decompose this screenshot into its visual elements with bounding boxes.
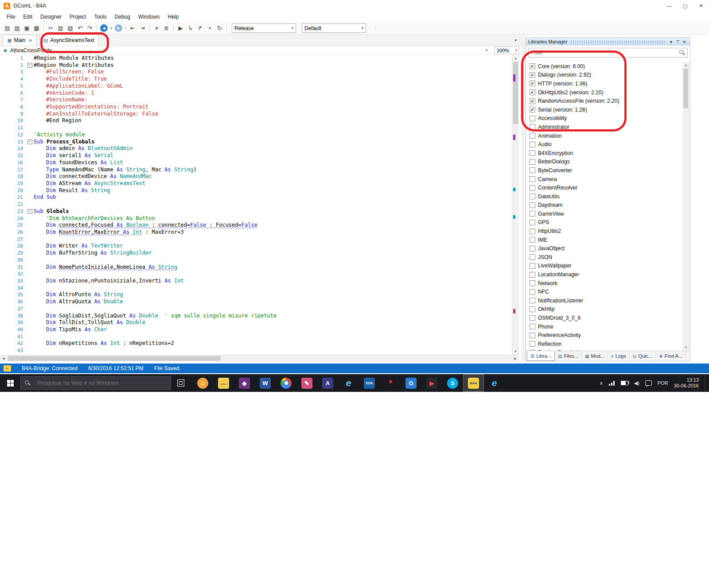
code-text[interactable]: #Region Module Attributes [34,62,512,69]
panel-tab-finda[interactable]: ✚Find A... [656,351,686,361]
taskbar-clock[interactable]: 13:13 30-06-2016 [674,377,699,389]
code-text[interactable]: End Sub [34,194,512,201]
library-item[interactable]: ✔Dialogs (version: 2.92) [526,71,682,80]
code-text[interactable]: Dim AStream As AsyncStreamsText [34,180,512,187]
library-item[interactable]: OSMDroid_3_0_8 [526,313,682,322]
library-checkbox[interactable] [530,202,535,208]
library-item[interactable]: Animation [526,132,682,140]
library-checkbox[interactable]: ✔ [530,81,535,86]
fold-collapse-icon[interactable]: − [27,63,32,68]
scope-caret-icon[interactable]: ▾ [486,48,487,52]
code-text[interactable]: Dim connectedDevice As NameAndMac [34,173,512,180]
code-text[interactable]: Dim TollDist,TollQuot As Double [34,319,512,326]
menu-tools[interactable]: Tools [90,12,110,22]
library-checkbox[interactable] [530,315,535,321]
scroll-down-icon[interactable]: ▼ [512,348,519,355]
library-list-scrollbar[interactable]: ▲ ▼ [682,62,690,351]
taskbar-search-input[interactable] [36,379,167,387]
library-item[interactable]: Camera [526,175,682,184]
show-desktop-button[interactable] [705,374,708,392]
library-checkbox[interactable] [530,263,535,269]
panel-splitter[interactable] [521,35,526,362]
current-sub-select[interactable]: AttivaCrossPoints [10,47,52,54]
save-icon[interactable]: ▣ [22,23,31,33]
library-item[interactable]: ✔Serial (version: 1.26) [526,105,682,114]
code-text[interactable]: 'Dim btnSearchForDevices As Button [34,215,512,222]
library-scroll-thumb[interactable] [683,69,688,108]
library-checkbox[interactable]: ✔ [530,98,535,104]
code-text[interactable]: #VersionName: [34,97,512,104]
code-text[interactable] [34,236,512,243]
library-checkbox[interactable] [530,246,535,251]
code-text[interactable]: Sub Process_Globals [34,139,512,146]
library-item[interactable]: GameView [526,209,682,218]
menu-help[interactable]: Help [164,12,183,22]
indent-icon[interactable]: ⇥ [138,23,147,33]
language-indicator[interactable]: POR [658,380,668,386]
code-text[interactable]: Dim foundDevices As List [34,159,512,166]
pin-icon[interactable]: ⊤ [674,39,681,44]
code-text[interactable] [34,347,512,354]
library-item[interactable]: ✔RandomAccessFile (version: 2.20) [526,97,682,105]
library-checkbox[interactable] [530,167,535,173]
step-over-icon[interactable]: ↱ [195,23,205,33]
code-text[interactable]: Dim AltroPunto As String [34,291,512,298]
menu-designer[interactable]: Designer [36,12,66,22]
panel-menu-caret-icon[interactable]: ▾ [668,39,674,44]
start-button[interactable] [0,374,20,392]
code-text[interactable]: #FullScreen: False [34,69,512,76]
copy-icon[interactable]: ▥ [56,23,65,33]
library-checkbox[interactable] [530,254,535,260]
new-module-icon[interactable]: ▤ [3,23,12,33]
cut-icon[interactable]: ✂ [46,23,55,33]
back-history-caret-icon[interactable]: ▾ [109,23,113,33]
code-text[interactable]: #SupportedOrientations: Portrait [34,104,512,111]
code-text[interactable]: #VersionCode: 1 [34,90,512,97]
clean-project-icon[interactable]: ↻ [215,23,224,33]
library-item[interactable]: GPS [526,218,682,227]
library-checkbox[interactable] [530,142,535,147]
b4a-button[interactable]: B4A [463,374,484,392]
code-text[interactable]: Dim BufferString As StringBuilder [34,250,512,257]
video-app-button[interactable]: ▶ [421,374,442,392]
code-text[interactable]: Dim admin As BluetoothAdmin [34,145,512,152]
library-item[interactable]: ✔Core (version: 6.00) [526,62,682,71]
chat-app-button[interactable]: ☺ [192,374,213,392]
library-checkbox[interactable] [530,176,535,182]
code-text[interactable] [34,257,512,264]
library-checkbox[interactable] [530,220,535,225]
code-text[interactable] [34,124,512,132]
code-text[interactable]: Dim nStazione,nPuntoiniziale,Inverti As … [34,278,512,285]
edge-button[interactable]: e [484,374,505,392]
library-checkbox[interactable]: ✔ [530,63,535,69]
uncomment-icon[interactable]: ≣ [162,23,171,33]
tab-close-icon[interactable]: ✕ [28,38,32,43]
code-text[interactable]: #IncludeTitle: True [34,76,512,83]
undo-icon[interactable]: ↶ [75,23,85,33]
menu-project[interactable]: Project [66,12,90,22]
code-text[interactable]: Dim Writer As TextWriter [34,243,512,250]
library-item[interactable]: DateUtils [526,192,682,201]
chrome-button[interactable] [276,374,296,392]
star-app-button[interactable]: * [380,374,401,392]
intel-xdk-button[interactable]: XDK [359,374,380,392]
library-checkbox[interactable] [530,116,535,121]
menu-windows[interactable]: Windows [134,12,164,22]
code-text[interactable]: 'Activity module [34,132,512,139]
notifications-icon[interactable] [645,380,652,386]
scroll-up-icon[interactable]: ▲ [682,62,690,68]
redo-icon[interactable]: ↷ [85,23,94,33]
library-checkbox[interactable] [530,280,535,286]
editor-horizontal-scrollbar[interactable]: ◀ ▶ [0,355,519,362]
library-checkbox[interactable] [530,211,535,217]
library-item[interactable]: LocationManager [526,270,682,279]
panel-tab-files[interactable]: ▤Files... [555,351,582,361]
file-explorer-button[interactable]: ▬ [213,374,234,392]
outlook-button[interactable]: O [401,374,421,392]
panel-tab-mod[interactable]: ▦Mod... [582,351,608,361]
navigate-forward-icon[interactable]: ▶ [115,24,122,32]
code-text[interactable] [34,271,512,278]
library-checkbox[interactable]: ✔ [530,72,535,78]
network-icon[interactable] [609,381,615,386]
code-text[interactable]: #End Region [34,117,512,124]
